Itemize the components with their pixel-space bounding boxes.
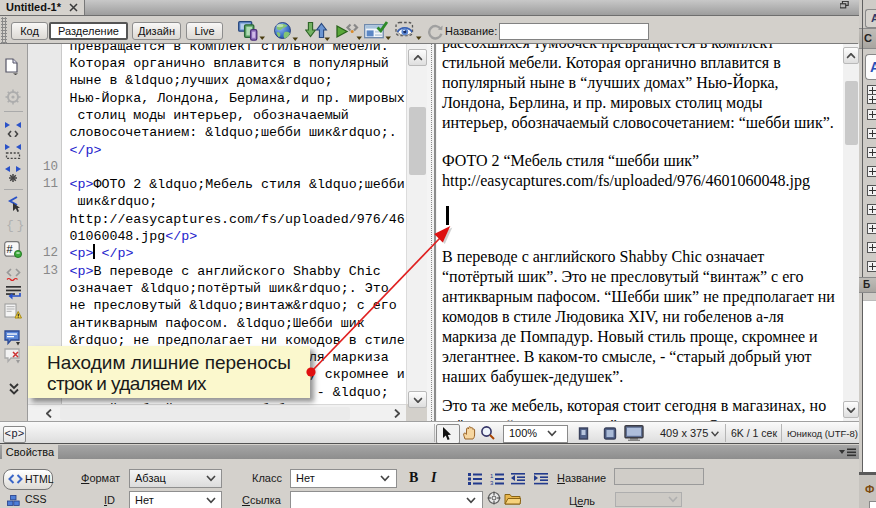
svg-text:3: 3	[490, 480, 494, 485]
svg-text:1: 1	[490, 473, 494, 479]
svg-text:#: #	[7, 243, 14, 255]
